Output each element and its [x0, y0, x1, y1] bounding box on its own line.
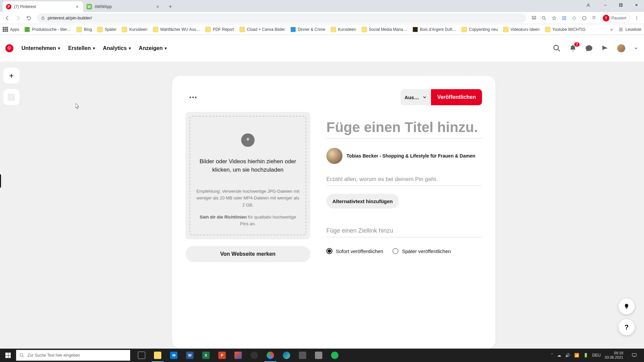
- forward-button[interactable]: [13, 13, 23, 23]
- svg-point-14: [20, 354, 23, 356]
- svg-point-13: [554, 45, 558, 50]
- bookmark-item[interactable]: Dinner & Crime: [290, 27, 325, 32]
- address-bar[interactable]: pinterest.at/pin-builder/: [37, 13, 526, 23]
- window-controls: ─ ✕: [583, 0, 644, 10]
- nav-business[interactable]: Unternehmen▾: [21, 45, 60, 51]
- bookmark-item[interactable]: Cload + Canva Bilder: [239, 27, 285, 32]
- app-button[interactable]: [230, 349, 246, 362]
- nav-analytics[interactable]: Analytics▾: [103, 45, 131, 51]
- bookmark-item[interactable]: Später: [97, 27, 116, 32]
- account-menu-chevron[interactable]: [633, 44, 639, 52]
- pinterest-logo[interactable]: [5, 44, 13, 52]
- volume-icon[interactable]: 🔊: [565, 353, 570, 358]
- reading-list-button[interactable]: Leseliste: [618, 27, 641, 32]
- mail-app-button[interactable]: ✉: [166, 349, 182, 362]
- install-icon[interactable]: [529, 13, 539, 23]
- add-pin-button[interactable]: +: [3, 68, 19, 84]
- file-explorer-button[interactable]: [150, 349, 166, 362]
- menu-icon[interactable]: [632, 13, 641, 23]
- powerpoint-app-button[interactable]: P: [214, 349, 230, 362]
- board-selector[interactable]: Aus…: [400, 89, 431, 105]
- account-icon[interactable]: [583, 0, 594, 11]
- tab-title: AWWApp: [95, 4, 152, 9]
- pin-link-input[interactable]: [326, 225, 482, 237]
- browser-tab-pinterest[interactable]: P (7) Pinterest ×: [3, 1, 83, 12]
- pin-title-input[interactable]: [326, 118, 482, 138]
- bookmark-overflow[interactable]: »: [610, 27, 613, 32]
- bookmark-favicon: [545, 27, 550, 32]
- save-from-web-button[interactable]: Von Webseite merken: [185, 246, 310, 262]
- browser-tab-awwapp[interactable]: W AWWApp ×: [83, 1, 164, 12]
- app-button[interactable]: [294, 349, 311, 362]
- new-tab-button[interactable]: +: [166, 2, 175, 11]
- tray-chevron-icon[interactable]: ˄: [551, 353, 553, 358]
- bookmark-item[interactable]: Social Media Mana…: [362, 27, 407, 32]
- publish-later-option[interactable]: Später veröffentlichen: [392, 248, 451, 254]
- search-placeholder: Zur Suche Text hier eingeben: [28, 353, 80, 358]
- obs-app-button[interactable]: [246, 349, 262, 362]
- battery-icon[interactable]: 🔋: [583, 353, 588, 358]
- edge-app-button[interactable]: [278, 349, 294, 362]
- bookmark-item[interactable]: Produktsuche - Mer…: [24, 27, 71, 32]
- bookmark-favicon: [76, 27, 82, 32]
- help-button[interactable]: ?: [619, 319, 635, 335]
- taskbar-clock[interactable]: 09:18 03.06.2021: [605, 351, 623, 359]
- nav-create[interactable]: Erstellen▾: [68, 45, 95, 51]
- bookmark-item[interactable]: Wahlfächer WU Aus…: [153, 27, 200, 32]
- messages-icon[interactable]: [585, 44, 593, 52]
- taskbar-search[interactable]: Zur Suche Text hier eingeben: [16, 350, 130, 361]
- chevron-down-icon: ▾: [129, 46, 131, 51]
- bookmark-item[interactable]: Videokurs Ideen: [503, 27, 540, 32]
- pin-draft-thumbnail[interactable]: [3, 89, 19, 105]
- upload-dropzone[interactable]: Bilder oder Videos hierhin ziehen oder k…: [190, 116, 306, 235]
- user-avatar[interactable]: [617, 44, 625, 52]
- bookmark-item[interactable]: Kursideen: [122, 27, 147, 32]
- author-avatar[interactable]: [326, 148, 342, 164]
- zoom-icon[interactable]: [539, 13, 549, 23]
- add-alt-text-button[interactable]: Alternativtext hinzufügen: [326, 194, 399, 208]
- wifi-icon[interactable]: 📶: [574, 353, 579, 358]
- bookmark-item[interactable]: Blog: [76, 27, 92, 32]
- tips-button[interactable]: [619, 298, 635, 314]
- notifications-icon[interactable]: 7: [569, 44, 577, 52]
- excel-app-button[interactable]: X: [198, 349, 214, 362]
- word-app-button[interactable]: W: [182, 349, 198, 362]
- nav-ads[interactable]: Anzeigen▾: [139, 45, 167, 51]
- close-icon[interactable]: ×: [74, 4, 80, 9]
- chrome-app-button[interactable]: [262, 349, 278, 362]
- updates-icon[interactable]: [601, 44, 609, 52]
- language-indicator[interactable]: DEU: [592, 353, 601, 358]
- reload-button[interactable]: [24, 13, 34, 23]
- close-window-button[interactable]: ✕: [629, 0, 644, 10]
- extension-icon-3[interactable]: [580, 13, 589, 23]
- more-options-button[interactable]: [190, 97, 197, 98]
- bookmark-item[interactable]: PDF Report: [205, 27, 234, 32]
- publish-now-option[interactable]: Sofort veröffentlichen: [326, 248, 383, 254]
- profile-button[interactable]: T Pausiert: [601, 14, 630, 22]
- bookmark-favicon: [503, 27, 508, 32]
- bookmark-item[interactable]: Copywriting neu: [462, 27, 498, 32]
- pin-description-input[interactable]: [326, 173, 482, 186]
- close-icon[interactable]: ×: [155, 4, 160, 9]
- bookmark-item[interactable]: Kursideen: [331, 27, 356, 32]
- chevron-down-icon: ▾: [58, 46, 60, 51]
- minimize-button[interactable]: ─: [598, 0, 613, 10]
- onedrive-icon[interactable]: ☁: [557, 353, 561, 358]
- maximize-button[interactable]: [613, 0, 629, 10]
- bookmark-item[interactable]: Bois d'Argent Duft…: [413, 27, 456, 32]
- action-center-button[interactable]: [627, 349, 641, 362]
- bookmark-item[interactable]: Youtube WICHTIG: [545, 27, 586, 32]
- spotify-app-button[interactable]: [327, 349, 343, 362]
- publish-button[interactable]: Veröffentlichen: [431, 89, 482, 105]
- task-view-button[interactable]: [133, 349, 150, 362]
- bookmark-favicon: [24, 27, 30, 32]
- start-button[interactable]: [0, 349, 16, 362]
- apps-button[interactable]: Apps: [3, 27, 19, 32]
- extensions-puzzle-icon[interactable]: [590, 13, 599, 23]
- search-icon[interactable]: [553, 44, 561, 52]
- star-icon[interactable]: [549, 13, 559, 23]
- back-button[interactable]: [3, 13, 12, 23]
- app-button[interactable]: [311, 349, 327, 362]
- extension-icon-1[interactable]: [559, 13, 569, 23]
- extension-icon-2[interactable]: [570, 13, 579, 23]
